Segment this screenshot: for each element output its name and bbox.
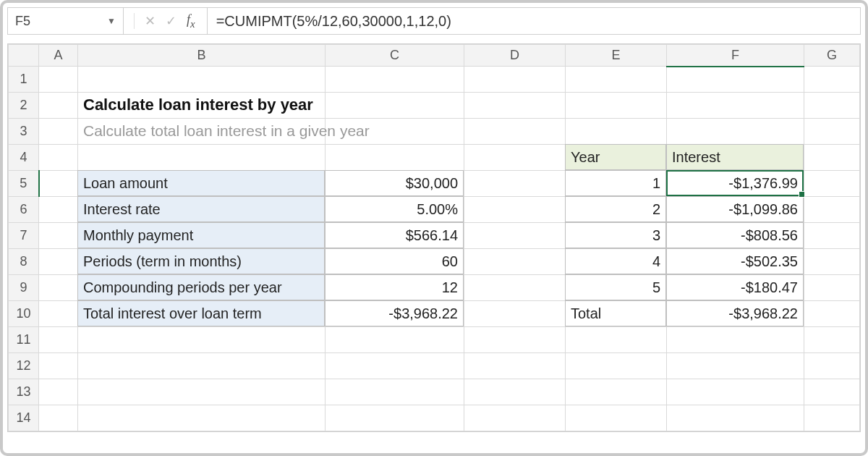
row-header-7[interactable]: 7 [9,223,39,249]
cell[interactable] [39,327,78,353]
cell[interactable] [804,223,860,249]
cell[interactable] [464,145,566,171]
cell[interactable] [804,301,860,327]
row-header-5[interactable]: 5 [9,171,39,197]
cell[interactable] [566,405,667,431]
cell[interactable] [78,405,326,431]
cell[interactable] [566,67,667,93]
col-header-F[interactable]: F [667,45,804,67]
cell[interactable] [39,223,78,249]
cell[interactable] [78,379,326,405]
cell[interactable] [464,223,566,249]
formula-input[interactable]: =CUMIPMT(5%/12,60,30000,1,12,0) [208,8,860,34]
cell[interactable] [804,353,860,379]
cell[interactable] [39,145,78,171]
row-header-14[interactable]: 14 [9,405,39,431]
cell[interactable] [39,249,78,275]
col-header-G[interactable]: G [804,45,860,67]
cell[interactable] [464,405,566,431]
row-header-11[interactable]: 11 [9,327,39,353]
cell[interactable] [39,67,78,93]
cancel-icon[interactable]: ✕ [145,13,156,29]
col-header-A[interactable]: A [39,45,78,67]
cell[interactable] [39,301,78,327]
cell[interactable] [326,405,464,431]
col-header-C[interactable]: C [326,45,464,67]
cell[interactable] [804,93,860,119]
cell[interactable] [667,67,804,93]
cell[interactable] [39,171,78,197]
cell[interactable] [464,379,566,405]
cell[interactable] [566,353,667,379]
row-header-9[interactable]: 9 [9,275,39,301]
cell[interactable] [804,67,860,93]
cell[interactable] [804,405,860,431]
col-header-D[interactable]: D [464,45,566,67]
cell[interactable] [326,353,464,379]
cell[interactable] [804,327,860,353]
row-header-1[interactable]: 1 [9,67,39,93]
cell[interactable] [464,93,566,119]
chevron-down-icon[interactable]: ▼ [107,16,116,26]
row-header-6[interactable]: 6 [9,197,39,223]
loan-label-total: Total interest over loan term [77,300,325,326]
cell[interactable] [464,353,566,379]
col-header-B[interactable]: B [78,45,326,67]
row-header-13[interactable]: 13 [9,379,39,405]
cell[interactable] [464,327,566,353]
cell[interactable] [667,327,804,353]
row-header-8[interactable]: 8 [9,249,39,275]
cell[interactable] [566,119,667,145]
cell[interactable] [566,379,667,405]
cell[interactable] [804,249,860,275]
spreadsheet-grid[interactable]: A B C D E F G 1234567891011121314 Calcul… [7,43,861,432]
cell[interactable] [78,327,326,353]
cell[interactable] [667,119,804,145]
cell[interactable] [667,405,804,431]
cell[interactable] [667,379,804,405]
cell[interactable] [326,145,464,171]
cell[interactable] [39,275,78,301]
cell[interactable] [39,379,78,405]
row-header-4[interactable]: 4 [9,145,39,171]
cell[interactable] [464,197,566,223]
cell[interactable] [667,93,804,119]
loan-value-rate: 5.00% [325,196,464,222]
cell[interactable] [78,353,326,379]
cell[interactable] [39,405,78,431]
cell[interactable] [566,327,667,353]
cell[interactable] [804,171,860,197]
cell[interactable] [464,249,566,275]
cell[interactable] [39,93,78,119]
cell[interactable] [78,145,326,171]
cell[interactable] [464,275,566,301]
cell[interactable] [39,119,78,145]
row-header-3[interactable]: 3 [9,119,39,145]
cell[interactable] [464,67,566,93]
cell[interactable] [804,275,860,301]
cell[interactable] [804,119,860,145]
cell[interactable] [566,93,667,119]
cell[interactable] [804,145,860,171]
page-title: Calculate loan interest by year [77,92,464,118]
row-header-2[interactable]: 2 [9,93,39,119]
cell[interactable] [78,67,326,93]
cell[interactable] [39,353,78,379]
cell[interactable] [804,379,860,405]
fx-icon[interactable]: fx [187,12,197,30]
cell[interactable] [464,301,566,327]
enter-icon[interactable]: ✓ [166,13,176,29]
cell[interactable] [464,171,566,197]
name-box[interactable]: F5 ▼ [8,8,124,34]
cell[interactable] [326,327,464,353]
col-header-E[interactable]: E [566,45,667,67]
cell[interactable] [326,379,464,405]
row-header-10[interactable]: 10 [9,301,39,327]
cell[interactable] [667,353,804,379]
loan-label-amount: Loan amount [77,170,325,196]
row-header-12[interactable]: 12 [9,353,39,379]
cell[interactable] [326,67,464,93]
cell[interactable] [804,197,860,223]
cell[interactable] [39,197,78,223]
select-all-corner[interactable] [9,45,39,67]
